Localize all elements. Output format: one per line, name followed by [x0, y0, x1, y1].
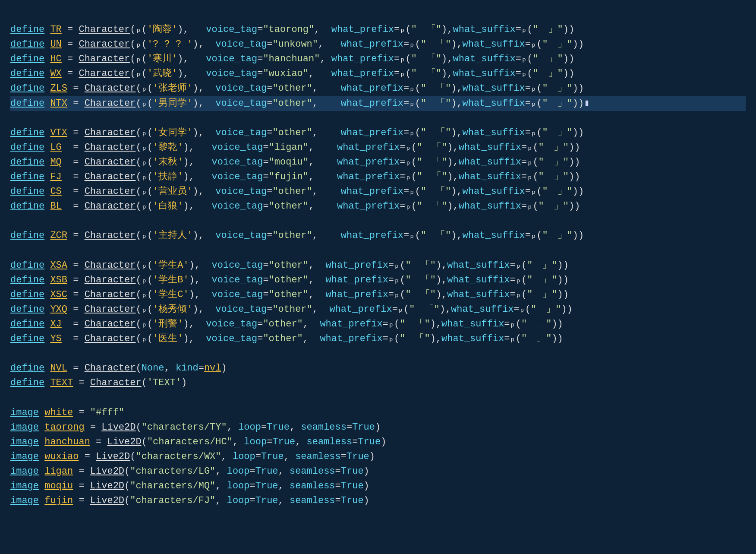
line-19: define YS = Character(ₚ('医生'), voice_tag…	[10, 333, 563, 344]
line-20: define NVL = Character(None, kind=nvl)	[10, 363, 227, 374]
line-7: define VTX = Character(ₚ('女同学'), voice_t…	[10, 127, 584, 138]
line-5: define ZLS = Character(ₚ('张老师'), voice_t…	[10, 83, 584, 94]
line-1: define TR = Character(ₚ('陶蓉'), voice_tag…	[10, 24, 574, 35]
line-28: image fujin = Live2D("characters/FJ", lo…	[10, 495, 369, 506]
line-12: define BL = Character(ₚ('白狼'), voice_tag…	[10, 201, 580, 212]
line-23: image taorong = Live2D("characters/TY", …	[10, 422, 381, 433]
line-14: define XSA = Character(ₚ('学生A'), voice_t…	[10, 260, 569, 271]
line-22: image white = "#fff"	[10, 407, 124, 418]
line-4: define WX = Character(ₚ('武晓'), voice_tag…	[10, 68, 574, 79]
line-27: image moqiu = Live2D("characters/MQ", lo…	[10, 481, 369, 491]
line-2: define UN = Character(ₚ('? ? ? '), voice…	[10, 39, 584, 50]
line-26: image ligan = Live2D("characters/LG", lo…	[10, 466, 369, 477]
line-13: define ZCR = Character(ₚ('主持人'), voice_t…	[10, 230, 584, 241]
line-18: define XJ = Character(ₚ('刑警'), voice_tag…	[10, 319, 563, 329]
line-11: define CS = Character(ₚ('营业员'), voice_ta…	[10, 186, 584, 197]
line-24: image hanchuan = Live2D("characters/HC",…	[10, 437, 386, 447]
line-6: define NTX = Character(ₚ('男同学'), voice_t…	[10, 96, 746, 111]
line-16: define XSC = Character(ₚ('学生C'), voice_t…	[10, 289, 569, 300]
line-15: define XSB = Character(ₚ('学生B'), voice_t…	[10, 275, 569, 285]
line-21: define TEXT = Character('TEXT')	[10, 377, 187, 388]
code-editor: define TR = Character(ₚ('陶蓉'), voice_tag…	[10, 8, 746, 508]
line-17: define YXQ = Character(ₚ('杨秀倾'), voice_t…	[10, 304, 573, 315]
line-10: define FJ = Character(ₚ('扶静'), voice_tag…	[10, 171, 580, 182]
line-9: define MQ = Character(ₚ('末秋'), voice_tag…	[10, 157, 580, 168]
line-8: define LG = Character(ₚ('黎乾'), voice_tag…	[10, 142, 580, 153]
line-3: define HC = Character(ₚ('寒川'), voice_tag…	[10, 54, 574, 64]
line-25: image wuxiao = Live2D("characters/WX", l…	[10, 451, 375, 462]
